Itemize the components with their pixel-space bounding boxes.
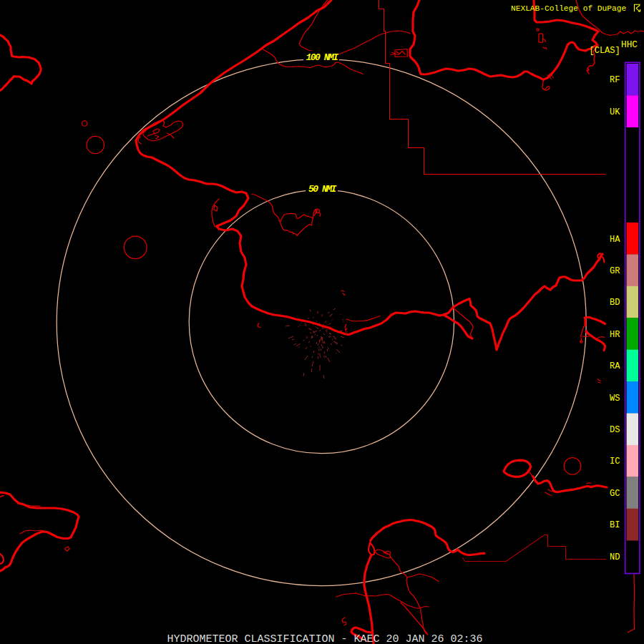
svg-text:IC: IC [610,457,620,467]
svg-text:ND: ND [610,552,620,562]
svg-text:RA: RA [610,361,620,371]
svg-text:50 NMI: 50 NMI [308,184,337,195]
svg-text:NEXLAB-College of DuPage: NEXLAB-College of DuPage [511,4,626,13]
svg-text:RF: RF [610,75,620,85]
svg-text:DS: DS [610,425,620,435]
svg-text:WS: WS [610,394,620,404]
svg-text:HA: HA [610,235,620,245]
svg-text:BD: BD [610,298,620,308]
svg-text:HR: HR [610,330,620,340]
svg-text:GR: GR [610,266,620,276]
svg-text:HYDROMETEOR CLASSIFICATION - K: HYDROMETEOR CLASSIFICATION - KAEC 20 JAN… [167,633,483,644]
svg-text:UK: UK [610,107,620,117]
svg-text:GC: GC [610,489,620,499]
svg-text:BI: BI [610,520,620,530]
svg-text:100 NMI: 100 NMI [306,52,339,63]
svg-text:[CLAS]: [CLAS] [590,46,620,56]
svg-text:HHC: HHC [621,39,638,50]
